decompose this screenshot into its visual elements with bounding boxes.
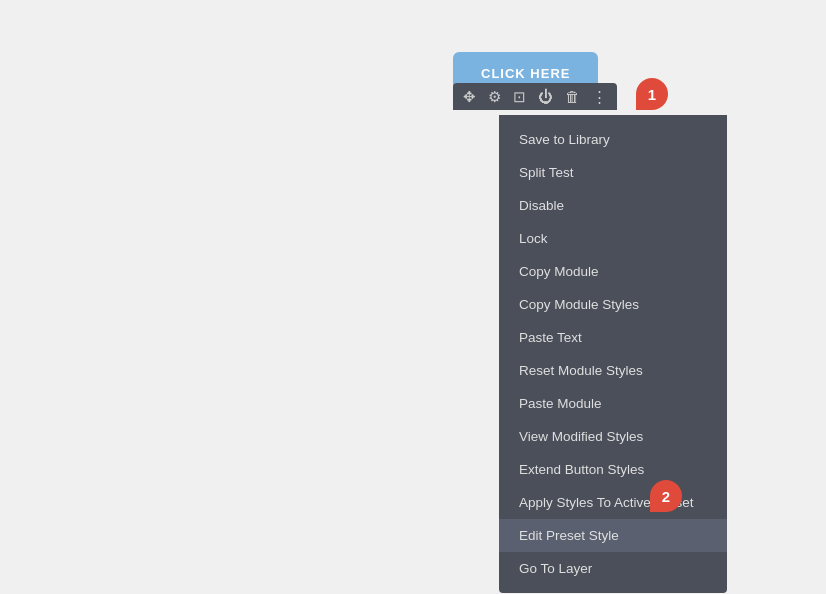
move-icon[interactable]: ✥ <box>463 89 476 104</box>
menu-item-reset-module-styles[interactable]: Reset Module Styles <box>499 354 727 387</box>
delete-icon[interactable]: 🗑 <box>565 89 580 104</box>
module-toolbar: ✥ ⚙ ⊡ ⏻ 🗑 ⋮ <box>453 83 617 110</box>
menu-item-go-to-layer[interactable]: Go To Layer <box>499 552 727 585</box>
power-icon[interactable]: ⏻ <box>538 89 553 104</box>
badge-1: 1 <box>636 78 668 110</box>
menu-item-lock[interactable]: Lock <box>499 222 727 255</box>
badge-2: 2 <box>650 480 682 512</box>
menu-item-apply-styles-to-active-preset[interactable]: Apply Styles To Active Preset <box>499 486 727 519</box>
context-menu: Save to Library Split Test Disable Lock … <box>499 115 727 593</box>
menu-item-edit-preset-style[interactable]: Edit Preset Style <box>499 519 727 552</box>
menu-item-extend-button-styles[interactable]: Extend Button Styles <box>499 453 727 486</box>
settings-icon[interactable]: ⚙ <box>488 89 501 104</box>
menu-item-disable[interactable]: Disable <box>499 189 727 222</box>
menu-item-copy-module-styles[interactable]: Copy Module Styles <box>499 288 727 321</box>
layout-icon[interactable]: ⊡ <box>513 89 526 104</box>
menu-item-split-test[interactable]: Split Test <box>499 156 727 189</box>
more-icon[interactable]: ⋮ <box>592 89 607 104</box>
menu-item-copy-module[interactable]: Copy Module <box>499 255 727 288</box>
menu-item-view-modified-styles[interactable]: View Modified Styles <box>499 420 727 453</box>
menu-item-paste-text[interactable]: Paste Text <box>499 321 727 354</box>
menu-item-save-to-library[interactable]: Save to Library <box>499 123 727 156</box>
menu-item-paste-module[interactable]: Paste Module <box>499 387 727 420</box>
